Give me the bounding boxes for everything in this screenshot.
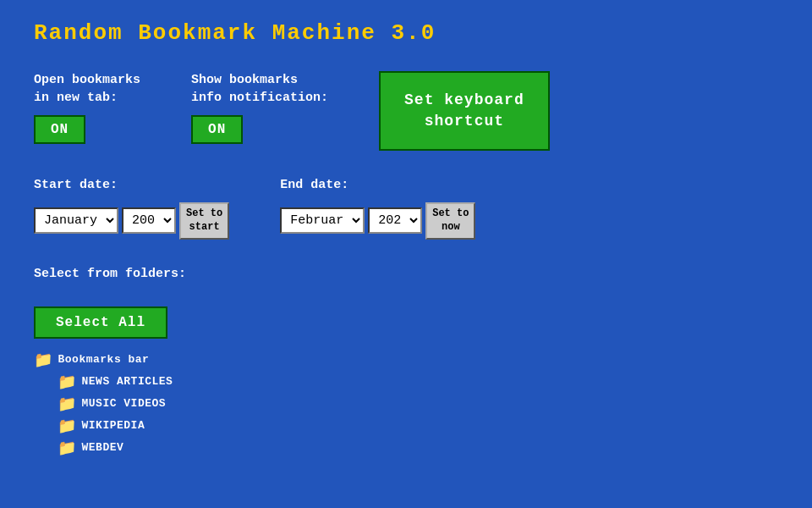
folder-name: WIKIPEDIA bbox=[82, 419, 145, 432]
folder-icon: 📁 bbox=[58, 395, 77, 413]
list-item[interactable]: 📁 WIKIPEDIA bbox=[58, 417, 778, 435]
end-date-label: End date: bbox=[280, 176, 475, 194]
select-all-button[interactable]: Select All bbox=[34, 306, 167, 339]
open-new-tab-toggle[interactable]: ON bbox=[34, 115, 85, 144]
list-item[interactable]: 📁 NEWS ARTICLES bbox=[58, 373, 778, 391]
folder-list: 📁 Bookmarks bar 📁 NEWS ARTICLES 📁 MUSIC … bbox=[34, 351, 778, 457]
top-row: Open bookmarks in new tab: ON Show bookm… bbox=[34, 71, 778, 151]
folders-section-label: Select from folders: bbox=[34, 265, 778, 283]
folders-section: Select from folders: Select All 📁 Bookma… bbox=[34, 265, 778, 457]
start-date-controls: January February March April May June Ju… bbox=[34, 202, 229, 239]
folder-name: MUSIC VIDEOS bbox=[82, 397, 167, 410]
show-notification-label: Show bookmarks info notification: bbox=[191, 71, 328, 107]
folder-icon: 📁 bbox=[58, 373, 77, 391]
list-item[interactable]: 📁 MUSIC VIDEOS bbox=[58, 395, 778, 413]
folder-name: WEBDEV bbox=[82, 441, 124, 454]
folder-icon: 📁 bbox=[58, 439, 77, 457]
folder-name: NEWS ARTICLES bbox=[82, 375, 173, 388]
app-title: Random Bookmark Machine 3.0 bbox=[34, 20, 778, 46]
end-date-group: End date: January February March April M… bbox=[280, 176, 475, 239]
folder-icon: 📁 bbox=[58, 417, 77, 435]
start-month-select[interactable]: January February March April May June Ju… bbox=[34, 207, 118, 234]
keyboard-shortcut-button[interactable]: Set keyboard shortcut bbox=[379, 71, 550, 151]
start-date-label: Start date: bbox=[34, 176, 229, 194]
keyboard-shortcut-section: Set keyboard shortcut bbox=[379, 71, 550, 151]
folder-name: Bookmarks bar bbox=[58, 353, 150, 366]
start-year-select[interactable]: 2008 bbox=[122, 207, 176, 234]
list-item[interactable]: 📁 WEBDEV bbox=[58, 439, 778, 457]
set-to-now-button[interactable]: Set to now bbox=[425, 202, 475, 239]
set-to-start-button[interactable]: Set to start bbox=[179, 202, 229, 239]
end-date-controls: January February March April May June Ju… bbox=[280, 202, 475, 239]
folder-icon: 📁 bbox=[34, 351, 53, 369]
open-new-tab-section: Open bookmarks in new tab: ON bbox=[34, 71, 140, 144]
list-item[interactable]: 📁 Bookmarks bar bbox=[34, 351, 778, 369]
show-notification-section: Show bookmarks info notification: ON bbox=[191, 71, 328, 144]
end-month-select[interactable]: January February March April May June Ju… bbox=[280, 207, 365, 234]
date-section: Start date: January February March April… bbox=[34, 176, 778, 239]
open-new-tab-label: Open bookmarks in new tab: bbox=[34, 71, 140, 107]
end-year-select[interactable]: 2020 bbox=[368, 207, 422, 234]
show-notification-toggle[interactable]: ON bbox=[191, 115, 243, 144]
app-container: Random Bookmark Machine 3.0 Open bookmar… bbox=[0, 0, 812, 491]
start-date-group: Start date: January February March April… bbox=[34, 176, 229, 239]
